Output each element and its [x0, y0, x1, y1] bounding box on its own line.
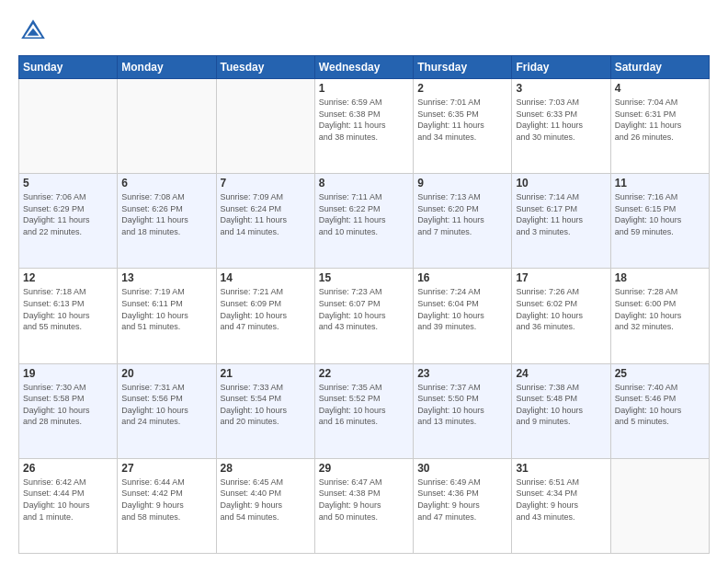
week-row-4: 19Sunrise: 7:30 AM Sunset: 5:58 PM Dayli…: [19, 363, 710, 458]
day-cell: 14Sunrise: 7:21 AM Sunset: 6:09 PM Dayli…: [216, 269, 314, 363]
day-number: 17: [516, 271, 606, 284]
weekday-header-friday: Friday: [512, 56, 610, 79]
day-info: Sunrise: 7:35 AM Sunset: 5:52 PM Dayligh…: [319, 382, 409, 428]
weekday-header-row: SundayMondayTuesdayWednesdayThursdayFrid…: [19, 56, 710, 79]
day-number: 8: [319, 177, 409, 190]
day-info: Sunrise: 6:42 AM Sunset: 4:44 PM Dayligh…: [23, 477, 113, 523]
day-number: 29: [319, 462, 409, 475]
day-info: Sunrise: 6:45 AM Sunset: 4:40 PM Dayligh…: [221, 477, 311, 523]
day-cell: [19, 79, 118, 174]
day-cell: 9Sunrise: 7:13 AM Sunset: 6:20 PM Daylig…: [414, 174, 512, 269]
day-info: Sunrise: 7:21 AM Sunset: 6:09 PM Dayligh…: [221, 286, 311, 332]
day-info: Sunrise: 7:09 AM Sunset: 6:24 PM Dayligh…: [221, 191, 311, 237]
day-cell: 15Sunrise: 7:23 AM Sunset: 6:07 PM Dayli…: [314, 269, 413, 363]
weekday-header-sunday: Sunday: [19, 56, 118, 79]
day-number: 1: [319, 82, 409, 95]
weekday-header-thursday: Thursday: [414, 56, 512, 79]
day-number: 6: [121, 177, 211, 190]
day-cell: 23Sunrise: 7:37 AM Sunset: 5:50 PM Dayli…: [414, 363, 512, 458]
weekday-header-monday: Monday: [118, 56, 216, 79]
day-cell: 21Sunrise: 7:33 AM Sunset: 5:54 PM Dayli…: [216, 363, 314, 458]
page: SundayMondayTuesdayWednesdayThursdayFrid…: [0, 0, 728, 563]
day-cell: 27Sunrise: 6:44 AM Sunset: 4:42 PM Dayli…: [118, 458, 216, 553]
day-cell: 12Sunrise: 7:18 AM Sunset: 6:13 PM Dayli…: [19, 269, 118, 363]
day-info: Sunrise: 7:08 AM Sunset: 6:26 PM Dayligh…: [121, 191, 211, 237]
day-cell: 2Sunrise: 7:01 AM Sunset: 6:35 PM Daylig…: [414, 79, 512, 174]
day-cell: 1Sunrise: 6:59 AM Sunset: 6:38 PM Daylig…: [314, 79, 413, 174]
day-info: Sunrise: 6:59 AM Sunset: 6:38 PM Dayligh…: [319, 97, 409, 143]
day-info: Sunrise: 7:06 AM Sunset: 6:29 PM Dayligh…: [23, 191, 113, 237]
day-cell: 8Sunrise: 7:11 AM Sunset: 6:22 PM Daylig…: [314, 174, 413, 269]
day-info: Sunrise: 7:16 AM Sunset: 6:15 PM Dayligh…: [615, 191, 705, 237]
day-number: 11: [615, 177, 705, 190]
day-info: Sunrise: 7:18 AM Sunset: 6:13 PM Dayligh…: [23, 286, 113, 332]
day-number: 10: [516, 177, 606, 190]
day-number: 9: [417, 177, 507, 190]
day-info: Sunrise: 7:33 AM Sunset: 5:54 PM Dayligh…: [221, 382, 311, 428]
day-cell: 6Sunrise: 7:08 AM Sunset: 6:26 PM Daylig…: [118, 174, 216, 269]
day-number: 23: [417, 367, 507, 380]
day-cell: 3Sunrise: 7:03 AM Sunset: 6:33 PM Daylig…: [512, 79, 610, 174]
day-number: 12: [23, 271, 113, 284]
day-cell: [610, 458, 709, 553]
day-number: 30: [417, 462, 507, 475]
week-row-2: 5Sunrise: 7:06 AM Sunset: 6:29 PM Daylig…: [19, 174, 710, 269]
day-info: Sunrise: 7:13 AM Sunset: 6:20 PM Dayligh…: [417, 191, 507, 237]
day-number: 26: [23, 462, 113, 475]
day-cell: 18Sunrise: 7:28 AM Sunset: 6:00 PM Dayli…: [610, 269, 709, 363]
day-info: Sunrise: 7:19 AM Sunset: 6:11 PM Dayligh…: [121, 286, 211, 332]
day-cell: 28Sunrise: 6:45 AM Sunset: 4:40 PM Dayli…: [216, 458, 314, 553]
day-info: Sunrise: 7:26 AM Sunset: 6:02 PM Dayligh…: [516, 286, 606, 332]
day-number: 4: [615, 82, 705, 95]
day-cell: 7Sunrise: 7:09 AM Sunset: 6:24 PM Daylig…: [216, 174, 314, 269]
day-number: 24: [516, 367, 606, 380]
day-number: 3: [516, 82, 606, 95]
day-cell: 4Sunrise: 7:04 AM Sunset: 6:31 PM Daylig…: [610, 79, 709, 174]
day-cell: 17Sunrise: 7:26 AM Sunset: 6:02 PM Dayli…: [512, 269, 610, 363]
week-row-3: 12Sunrise: 7:18 AM Sunset: 6:13 PM Dayli…: [19, 269, 710, 363]
day-number: 25: [615, 367, 705, 380]
header: [18, 17, 710, 46]
weekday-header-saturday: Saturday: [610, 56, 709, 79]
logo-icon: [18, 17, 48, 46]
day-info: Sunrise: 7:24 AM Sunset: 6:04 PM Dayligh…: [417, 286, 507, 332]
day-info: Sunrise: 6:49 AM Sunset: 4:36 PM Dayligh…: [417, 477, 507, 523]
day-info: Sunrise: 7:37 AM Sunset: 5:50 PM Dayligh…: [417, 382, 507, 428]
day-cell: 20Sunrise: 7:31 AM Sunset: 5:56 PM Dayli…: [118, 363, 216, 458]
day-info: Sunrise: 7:03 AM Sunset: 6:33 PM Dayligh…: [516, 97, 606, 143]
day-info: Sunrise: 7:30 AM Sunset: 5:58 PM Dayligh…: [23, 382, 113, 428]
day-info: Sunrise: 6:47 AM Sunset: 4:38 PM Dayligh…: [319, 477, 409, 523]
day-number: 27: [121, 462, 211, 475]
day-cell: 24Sunrise: 7:38 AM Sunset: 5:48 PM Dayli…: [512, 363, 610, 458]
day-cell: 29Sunrise: 6:47 AM Sunset: 4:38 PM Dayli…: [314, 458, 413, 553]
day-number: 18: [615, 271, 705, 284]
calendar-table: SundayMondayTuesdayWednesdayThursdayFrid…: [18, 55, 710, 554]
day-cell: [216, 79, 314, 174]
day-number: 22: [319, 367, 409, 380]
day-cell: 16Sunrise: 7:24 AM Sunset: 6:04 PM Dayli…: [414, 269, 512, 363]
day-info: Sunrise: 7:31 AM Sunset: 5:56 PM Dayligh…: [121, 382, 211, 428]
day-info: Sunrise: 7:28 AM Sunset: 6:00 PM Dayligh…: [615, 286, 705, 332]
day-cell: 19Sunrise: 7:30 AM Sunset: 5:58 PM Dayli…: [19, 363, 118, 458]
day-number: 16: [417, 271, 507, 284]
day-number: 15: [319, 271, 409, 284]
day-cell: [118, 79, 216, 174]
day-cell: 13Sunrise: 7:19 AM Sunset: 6:11 PM Dayli…: [118, 269, 216, 363]
day-info: Sunrise: 7:14 AM Sunset: 6:17 PM Dayligh…: [516, 191, 606, 237]
day-info: Sunrise: 7:11 AM Sunset: 6:22 PM Dayligh…: [319, 191, 409, 237]
day-number: 2: [417, 82, 507, 95]
day-cell: 11Sunrise: 7:16 AM Sunset: 6:15 PM Dayli…: [610, 174, 709, 269]
day-number: 31: [516, 462, 606, 475]
day-cell: 22Sunrise: 7:35 AM Sunset: 5:52 PM Dayli…: [314, 363, 413, 458]
day-info: Sunrise: 7:04 AM Sunset: 6:31 PM Dayligh…: [615, 97, 705, 143]
day-cell: 25Sunrise: 7:40 AM Sunset: 5:46 PM Dayli…: [610, 363, 709, 458]
day-info: Sunrise: 7:40 AM Sunset: 5:46 PM Dayligh…: [615, 382, 705, 428]
day-cell: 26Sunrise: 6:42 AM Sunset: 4:44 PM Dayli…: [19, 458, 118, 553]
day-number: 28: [221, 462, 311, 475]
day-cell: 10Sunrise: 7:14 AM Sunset: 6:17 PM Dayli…: [512, 174, 610, 269]
weekday-header-wednesday: Wednesday: [314, 56, 413, 79]
day-number: 21: [221, 367, 311, 380]
weekday-header-tuesday: Tuesday: [216, 56, 314, 79]
day-info: Sunrise: 7:23 AM Sunset: 6:07 PM Dayligh…: [319, 286, 409, 332]
week-row-1: 1Sunrise: 6:59 AM Sunset: 6:38 PM Daylig…: [19, 79, 710, 174]
